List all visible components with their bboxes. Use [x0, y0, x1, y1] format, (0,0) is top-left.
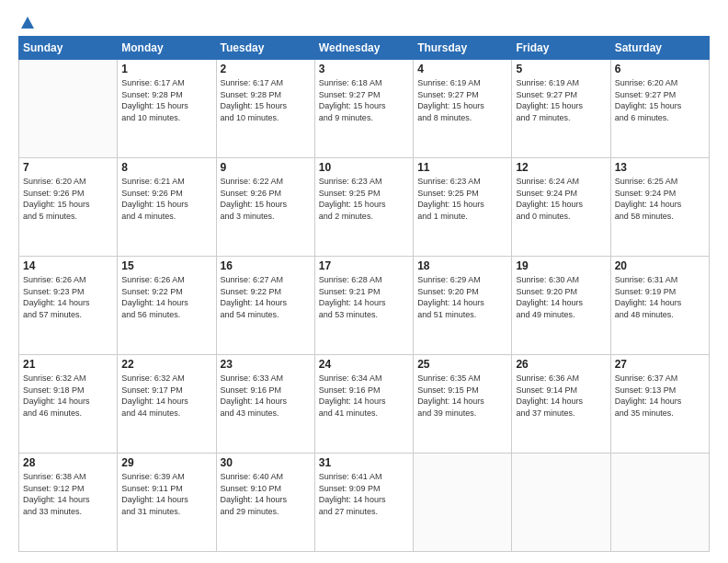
day-info: Sunrise: 6:32 AM Sunset: 9:18 PM Dayligh…: [23, 373, 113, 419]
day-number: 6: [615, 63, 705, 75]
calendar-cell: 29Sunrise: 6:39 AM Sunset: 9:11 PM Dayli…: [118, 454, 216, 552]
calendar-cell: [610, 454, 709, 552]
calendar-cell: 4Sunrise: 6:19 AM Sunset: 9:27 PM Daylig…: [414, 60, 512, 158]
day-info: Sunrise: 6:20 AM Sunset: 9:27 PM Dayligh…: [615, 77, 705, 123]
calendar-cell: 23Sunrise: 6:33 AM Sunset: 9:16 PM Dayli…: [216, 355, 314, 454]
day-number: 27: [615, 358, 705, 371]
calendar-cell: 11Sunrise: 6:23 AM Sunset: 9:25 PM Dayli…: [414, 158, 512, 257]
day-number: 28: [23, 456, 113, 469]
day-info: Sunrise: 6:26 AM Sunset: 9:23 PM Dayligh…: [23, 274, 113, 320]
calendar-cell: 30Sunrise: 6:40 AM Sunset: 9:10 PM Dayli…: [216, 454, 314, 552]
page: SundayMondayTuesdayWednesdayThursdayFrid…: [0, 0, 728, 563]
day-number: 15: [121, 259, 211, 272]
day-number: 17: [319, 259, 409, 272]
calendar-cell: 16Sunrise: 6:27 AM Sunset: 9:22 PM Dayli…: [216, 257, 314, 355]
day-info: Sunrise: 6:19 AM Sunset: 9:27 PM Dayligh…: [516, 77, 606, 123]
day-info: Sunrise: 6:36 AM Sunset: 9:14 PM Dayligh…: [516, 373, 606, 419]
logo: [18, 17, 34, 27]
calendar-cell: 25Sunrise: 6:35 AM Sunset: 9:15 PM Dayli…: [414, 355, 512, 454]
calendar-cell: 5Sunrise: 6:19 AM Sunset: 9:27 PM Daylig…: [512, 60, 610, 158]
day-number: 14: [23, 259, 113, 272]
day-number: 2: [221, 63, 311, 75]
day-info: Sunrise: 6:21 AM Sunset: 9:26 PM Dayligh…: [121, 176, 211, 222]
day-number: 26: [516, 358, 606, 371]
week-row-3: 21Sunrise: 6:32 AM Sunset: 9:18 PM Dayli…: [19, 355, 710, 454]
day-number: 22: [121, 358, 211, 371]
day-info: Sunrise: 6:20 AM Sunset: 9:26 PM Dayligh…: [23, 176, 113, 222]
weekday-header-thursday: Thursday: [414, 37, 512, 60]
day-number: 8: [121, 161, 211, 174]
calendar-cell: 26Sunrise: 6:36 AM Sunset: 9:14 PM Dayli…: [512, 355, 610, 454]
day-info: Sunrise: 6:18 AM Sunset: 9:27 PM Dayligh…: [319, 77, 409, 123]
day-info: Sunrise: 6:40 AM Sunset: 9:10 PM Dayligh…: [221, 471, 311, 517]
day-info: Sunrise: 6:23 AM Sunset: 9:25 PM Dayligh…: [417, 176, 507, 222]
day-number: 7: [23, 161, 113, 174]
day-info: Sunrise: 6:32 AM Sunset: 9:17 PM Dayligh…: [121, 373, 211, 419]
calendar-cell: [19, 60, 118, 158]
calendar-cell: 9Sunrise: 6:22 AM Sunset: 9:26 PM Daylig…: [216, 158, 314, 257]
day-info: Sunrise: 6:28 AM Sunset: 9:21 PM Dayligh…: [319, 274, 409, 320]
day-number: 23: [221, 358, 311, 371]
calendar-cell: 2Sunrise: 6:17 AM Sunset: 9:28 PM Daylig…: [216, 60, 314, 158]
day-info: Sunrise: 6:33 AM Sunset: 9:16 PM Dayligh…: [221, 373, 311, 419]
day-number: 30: [221, 456, 311, 469]
calendar-cell: 14Sunrise: 6:26 AM Sunset: 9:23 PM Dayli…: [19, 257, 118, 355]
calendar-cell: 3Sunrise: 6:18 AM Sunset: 9:27 PM Daylig…: [314, 60, 413, 158]
week-row-1: 7Sunrise: 6:20 AM Sunset: 9:26 PM Daylig…: [19, 158, 710, 257]
week-row-0: 1Sunrise: 6:17 AM Sunset: 9:28 PM Daylig…: [19, 60, 710, 158]
calendar-cell: 21Sunrise: 6:32 AM Sunset: 9:18 PM Dayli…: [19, 355, 118, 454]
weekday-header-saturday: Saturday: [610, 37, 709, 60]
weekday-header-tuesday: Tuesday: [216, 37, 314, 60]
day-info: Sunrise: 6:17 AM Sunset: 9:28 PM Dayligh…: [121, 77, 211, 123]
day-info: Sunrise: 6:31 AM Sunset: 9:19 PM Dayligh…: [615, 274, 705, 320]
weekday-header-monday: Monday: [118, 37, 216, 60]
day-number: 3: [319, 63, 409, 75]
day-number: 31: [319, 456, 409, 469]
day-number: 4: [417, 63, 507, 75]
calendar-cell: 22Sunrise: 6:32 AM Sunset: 9:17 PM Dayli…: [118, 355, 216, 454]
day-number: 1: [121, 63, 211, 75]
day-info: Sunrise: 6:41 AM Sunset: 9:09 PM Dayligh…: [319, 471, 409, 517]
calendar-cell: 17Sunrise: 6:28 AM Sunset: 9:21 PM Dayli…: [314, 257, 413, 355]
day-info: Sunrise: 6:29 AM Sunset: 9:20 PM Dayligh…: [417, 274, 507, 320]
day-number: 25: [417, 358, 507, 371]
calendar-cell: [414, 454, 512, 552]
calendar-cell: 12Sunrise: 6:24 AM Sunset: 9:24 PM Dayli…: [512, 158, 610, 257]
day-number: 24: [319, 358, 409, 371]
calendar-cell: 20Sunrise: 6:31 AM Sunset: 9:19 PM Dayli…: [610, 257, 709, 355]
day-number: 16: [221, 259, 311, 272]
calendar-cell: 7Sunrise: 6:20 AM Sunset: 9:26 PM Daylig…: [19, 158, 118, 257]
calendar-cell: 24Sunrise: 6:34 AM Sunset: 9:16 PM Dayli…: [314, 355, 413, 454]
calendar-cell: 6Sunrise: 6:20 AM Sunset: 9:27 PM Daylig…: [610, 60, 709, 158]
calendar-table: SundayMondayTuesdayWednesdayThursdayFrid…: [18, 36, 710, 552]
weekday-header-wednesday: Wednesday: [314, 37, 413, 60]
day-info: Sunrise: 6:37 AM Sunset: 9:13 PM Dayligh…: [615, 373, 705, 419]
day-number: 5: [516, 63, 606, 75]
day-info: Sunrise: 6:35 AM Sunset: 9:15 PM Dayligh…: [417, 373, 507, 419]
day-number: 10: [319, 161, 409, 174]
day-info: Sunrise: 6:19 AM Sunset: 9:27 PM Dayligh…: [417, 77, 507, 123]
day-info: Sunrise: 6:39 AM Sunset: 9:11 PM Dayligh…: [121, 471, 211, 517]
day-info: Sunrise: 6:17 AM Sunset: 9:28 PM Dayligh…: [221, 77, 311, 123]
calendar-cell: 18Sunrise: 6:29 AM Sunset: 9:20 PM Dayli…: [414, 257, 512, 355]
day-info: Sunrise: 6:22 AM Sunset: 9:26 PM Dayligh…: [221, 176, 311, 222]
calendar-cell: 28Sunrise: 6:38 AM Sunset: 9:12 PM Dayli…: [19, 454, 118, 552]
calendar-cell: 31Sunrise: 6:41 AM Sunset: 9:09 PM Dayli…: [314, 454, 413, 552]
day-info: Sunrise: 6:34 AM Sunset: 9:16 PM Dayligh…: [319, 373, 409, 419]
day-info: Sunrise: 6:24 AM Sunset: 9:24 PM Dayligh…: [516, 176, 606, 222]
day-number: 21: [23, 358, 113, 371]
week-row-4: 28Sunrise: 6:38 AM Sunset: 9:12 PM Dayli…: [19, 454, 710, 552]
day-number: 18: [417, 259, 507, 272]
day-number: 9: [221, 161, 311, 174]
weekday-header-row: SundayMondayTuesdayWednesdayThursdayFrid…: [19, 37, 710, 60]
day-number: 20: [615, 259, 705, 272]
calendar-cell: 19Sunrise: 6:30 AM Sunset: 9:20 PM Dayli…: [512, 257, 610, 355]
day-info: Sunrise: 6:38 AM Sunset: 9:12 PM Dayligh…: [23, 471, 113, 517]
calendar-cell: [512, 454, 610, 552]
day-info: Sunrise: 6:23 AM Sunset: 9:25 PM Dayligh…: [319, 176, 409, 222]
weekday-header-sunday: Sunday: [19, 37, 118, 60]
day-number: 12: [516, 161, 606, 174]
day-info: Sunrise: 6:27 AM Sunset: 9:22 PM Dayligh…: [221, 274, 311, 320]
day-info: Sunrise: 6:26 AM Sunset: 9:22 PM Dayligh…: [121, 274, 211, 320]
logo-triangle-icon: [21, 17, 34, 29]
